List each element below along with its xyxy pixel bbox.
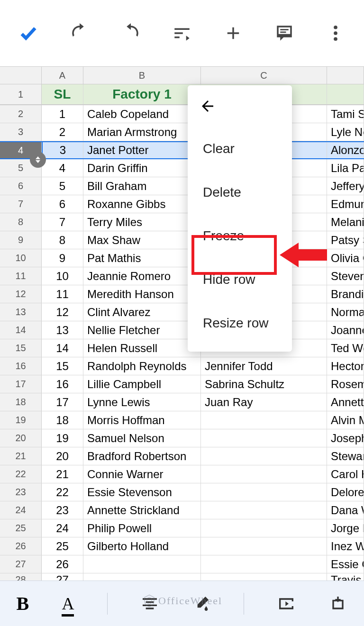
row-header[interactable]: 3	[0, 123, 42, 141]
cell[interactable]: Jeffery	[327, 177, 364, 195]
cell[interactable]: 13	[42, 321, 83, 339]
row-header[interactable]: 15	[0, 339, 42, 357]
row-header[interactable]: 10	[0, 249, 42, 267]
cell[interactable]: 6	[42, 195, 83, 213]
add-button[interactable]	[219, 23, 247, 43]
menu-item-resize-row[interactable]: Resize row	[188, 301, 292, 335]
undo-button[interactable]	[65, 23, 94, 43]
cell[interactable]: 24	[42, 519, 83, 537]
cell[interactable]: Janet Potter	[83, 142, 201, 158]
cell[interactable]: Bradford Robertson	[83, 447, 201, 465]
cell[interactable]	[201, 429, 327, 447]
cell[interactable]: Alonzo	[327, 142, 364, 158]
cell[interactable]: Brandi	[327, 285, 364, 303]
cell[interactable]: 23	[42, 501, 83, 519]
cell[interactable]: Lillie Campbell	[83, 375, 201, 393]
cell[interactable]: Patsy S	[327, 231, 364, 249]
cell[interactable]: Essie Stevenson	[83, 483, 201, 501]
cell[interactable]: Annette	[327, 393, 364, 411]
cell[interactable]: Bill Graham	[83, 177, 201, 195]
cell[interactable]: 7	[42, 213, 83, 231]
cell[interactable]: Steven	[327, 267, 364, 285]
cell[interactable]: 4	[42, 159, 83, 177]
cell[interactable]: 20	[42, 447, 83, 465]
cell[interactable]: Darin Griffin	[83, 159, 201, 177]
row-header[interactable]: 8	[0, 213, 42, 231]
text-color-button[interactable]: A	[62, 594, 74, 614]
cell[interactable]: Connie Warner	[83, 465, 201, 483]
cell[interactable]	[201, 537, 327, 555]
cell[interactable]: Carol H	[327, 465, 364, 483]
menu-item-hide-row[interactable]: Hide row	[188, 258, 292, 301]
cell[interactable]: 17	[42, 393, 83, 411]
cell[interactable]: Essie C	[327, 555, 364, 573]
merge-cells-button[interactable]	[277, 594, 296, 613]
cell[interactable]: 14	[42, 339, 83, 357]
cell[interactable]: Sabrina Schultz	[201, 375, 327, 393]
cell[interactable]: 1	[42, 105, 83, 123]
cell[interactable]: Helen Russell	[83, 339, 201, 357]
select-all-corner[interactable]	[0, 67, 42, 84]
cell[interactable]: Philip Powell	[83, 519, 201, 537]
row-header[interactable]: 2	[0, 105, 42, 123]
cell[interactable]: 15	[42, 357, 83, 375]
cell[interactable]: 9	[42, 249, 83, 267]
menu-item-freeze[interactable]: Freeze	[188, 214, 292, 258]
cell[interactable]: Juan Ray	[201, 393, 327, 411]
cell[interactable]: Roxanne Gibbs	[83, 195, 201, 213]
col-header-a[interactable]: A	[42, 67, 83, 84]
row-header[interactable]: 14	[0, 321, 42, 339]
cell[interactable]	[201, 555, 327, 573]
cell[interactable]: 22	[42, 483, 83, 501]
row-header[interactable]: 7	[0, 195, 42, 213]
cell[interactable]: Annette Strickland	[83, 501, 201, 519]
cell[interactable]: Lyle Ne	[327, 123, 364, 141]
cell[interactable]: Jeannie Romero	[83, 267, 201, 285]
row-header[interactable]: 23	[0, 483, 42, 501]
cell[interactable]: Joseph	[327, 429, 364, 447]
cell[interactable]: Terry Miles	[83, 213, 201, 231]
cell[interactable]	[201, 465, 327, 483]
more-button[interactable]	[321, 23, 350, 43]
cell[interactable]: Edmun	[327, 195, 364, 213]
row-header[interactable]: 24	[0, 501, 42, 519]
menu-item-clear[interactable]: Clear	[188, 127, 292, 171]
row-header[interactable]: 25	[0, 519, 42, 537]
cell[interactable]: 12	[42, 303, 83, 321]
row-header[interactable]: 26	[0, 537, 42, 555]
cell[interactable]: 3	[42, 142, 83, 158]
cell[interactable]: Lila Pa	[327, 159, 364, 177]
cell[interactable]: Joanne	[327, 321, 364, 339]
row-header[interactable]: 1	[0, 84, 42, 104]
cell[interactable]: Pat Mathis	[83, 249, 201, 267]
cell[interactable]: Jorge N	[327, 519, 364, 537]
cell[interactable]: Dana W	[327, 501, 364, 519]
cell[interactable]: 18	[42, 411, 83, 429]
col-header-b[interactable]: B	[83, 67, 201, 84]
row-header[interactable]: 18	[0, 393, 42, 411]
cell[interactable]: Nellie Fletcher	[83, 321, 201, 339]
cell[interactable]: Caleb Copeland	[83, 105, 201, 123]
cell[interactable]: Samuel Nelson	[83, 429, 201, 447]
cell[interactable]: 16	[42, 375, 83, 393]
cell[interactable]: Hector	[327, 357, 364, 375]
cell[interactable]: Meredith Hanson	[83, 285, 201, 303]
cell[interactable]: Gilberto Holland	[83, 537, 201, 555]
comment-button[interactable]	[270, 23, 299, 43]
cell[interactable]	[201, 411, 327, 429]
row-header[interactable]: 12	[0, 285, 42, 303]
cell[interactable]: Ted Wo	[327, 339, 364, 357]
cell[interactable]: SL	[42, 84, 83, 104]
cell[interactable]: Lynne Lewis	[83, 393, 201, 411]
cell[interactable]: 26	[42, 555, 83, 573]
cell[interactable]: Norman	[327, 303, 364, 321]
cell[interactable]: Delores	[327, 483, 364, 501]
menu-back-button[interactable]	[188, 91, 292, 127]
cell[interactable]: Factory 1	[83, 84, 201, 104]
menu-item-delete[interactable]: Delete	[188, 171, 292, 214]
row-header[interactable]: 13	[0, 303, 42, 321]
cell[interactable]: Morris Hoffman	[83, 411, 201, 429]
row-header[interactable]: 9	[0, 231, 42, 249]
cell[interactable]: 19	[42, 429, 83, 447]
col-header-c[interactable]: C	[201, 67, 327, 84]
